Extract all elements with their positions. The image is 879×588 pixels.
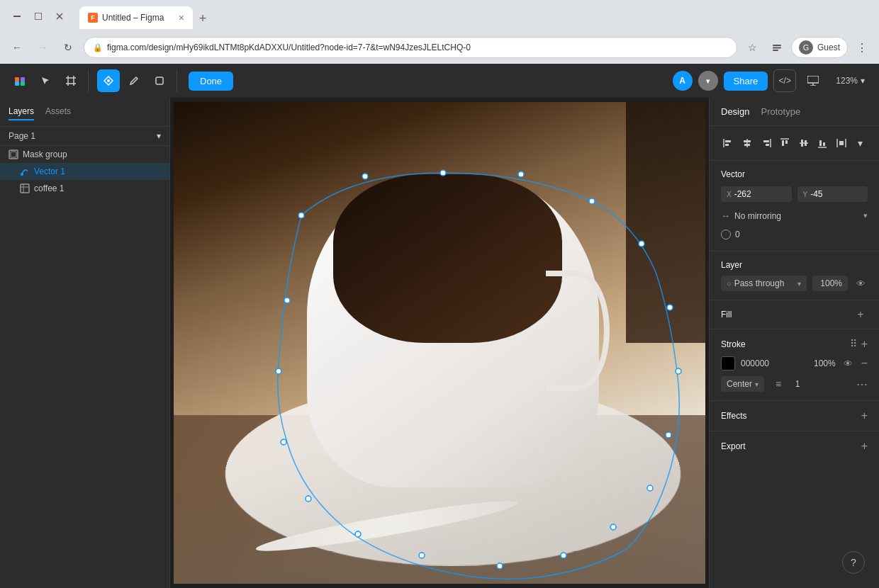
image-layer-icon [20, 183, 30, 193]
layers-tab[interactable]: Layers [9, 103, 34, 120]
svg-rect-10 [21, 81, 25, 86]
browser-menu-button[interactable]: ⋮ [852, 38, 872, 57]
layer-vector-1[interactable]: Vector 1 [0, 163, 169, 180]
layer-coffee-1[interactable]: coffee 1 [0, 180, 169, 197]
y-field[interactable]: Y -45 [797, 186, 868, 202]
opacity-field[interactable]: 100% [812, 276, 848, 291]
svg-rect-5 [773, 47, 781, 49]
layer-visibility-button[interactable]: 👁 [853, 276, 868, 290]
done-button[interactable]: Done [189, 72, 233, 91]
active-tab[interactable]: F Untitled – Figma × [79, 6, 193, 29]
mirroring-label: No mirroring [734, 211, 859, 221]
align-more-button[interactable]: ▾ [853, 135, 868, 152]
pencil-tool-button[interactable] [123, 69, 145, 92]
layer-mask-group[interactable]: Mask group [0, 146, 169, 163]
pen-tool-button[interactable] [97, 69, 120, 92]
presentation-button[interactable] [802, 69, 824, 92]
browser-chrome: F Untitled – Figma × + ← → ↻ 🔒 figma.com… [0, 0, 879, 64]
page-name: Page 1 [9, 131, 35, 141]
page-chevron-icon: ▾ [157, 131, 161, 141]
export-add-button[interactable]: + [861, 440, 868, 453]
mirroring-row[interactable]: ↔ No mirroring ▾ [721, 208, 868, 224]
align-top-button[interactable] [778, 135, 793, 152]
move-tool-button[interactable] [34, 69, 57, 92]
close-button[interactable] [51, 8, 68, 25]
share-button[interactable]: Share [724, 72, 768, 91]
svg-rect-55 [782, 140, 784, 146]
page-selector[interactable]: Page 1 ▾ [0, 127, 169, 146]
zoom-value: 123% [836, 76, 858, 86]
vector-section: Vector X -262 Y -45 ↔ No mirroring ▾ [710, 161, 879, 251]
stroke-hex-value: 000000 [741, 358, 802, 368]
new-tab-button[interactable]: + [193, 9, 213, 29]
canvas-area[interactable] [170, 98, 709, 588]
user-avatar[interactable]: A [673, 71, 693, 91]
stroke-visibility-button[interactable]: 👁 [841, 356, 856, 371]
align-row: ▾ [721, 135, 868, 152]
assets-tab[interactable]: Assets [45, 103, 71, 120]
shape-tool-button[interactable] [148, 69, 171, 92]
vector1-label: Vector 1 [34, 166, 65, 176]
maximize-button[interactable] [30, 8, 47, 25]
x-value: -262 [734, 189, 751, 199]
stroke-add-button[interactable]: + [861, 338, 868, 351]
tab-search-button[interactable] [767, 38, 787, 57]
tab-close-button[interactable]: × [179, 12, 184, 23]
stroke-color-swatch[interactable] [721, 356, 735, 371]
svg-rect-49 [744, 140, 751, 142]
x-field[interactable]: X -262 [721, 186, 792, 202]
forward-button[interactable]: → [33, 38, 52, 57]
minimize-button[interactable] [9, 8, 26, 25]
panel-tabs: Layers Assets [0, 98, 169, 127]
mirroring-chevron-icon: ▾ [863, 211, 868, 220]
corner-value: 0 [735, 230, 740, 239]
align-bottom-button[interactable] [815, 135, 830, 152]
zoom-chevron-icon: ▾ [861, 76, 865, 86]
svg-rect-62 [823, 142, 825, 146]
url-bar[interactable]: 🔒 figma.com/design/mHy69ikdLNTMt8pKdADXX… [84, 37, 737, 58]
svg-point-15 [107, 79, 110, 82]
stroke-position-chevron-icon: ▾ [755, 380, 758, 388]
guest-button[interactable]: G Guest [791, 37, 848, 58]
fill-section-header: Fill + [710, 300, 879, 329]
stroke-layout-icon[interactable]: ⠿ [850, 338, 857, 351]
svg-rect-17 [807, 76, 819, 83]
stroke-more-button[interactable]: ⋯ [856, 378, 868, 391]
figma-toolbar: Done A ▾ Share </> 123% ▾ [0, 64, 879, 98]
blend-mode-select[interactable]: ○ Pass through ▾ [721, 276, 807, 291]
y-label: Y [803, 191, 808, 198]
user-avatar-dropdown[interactable]: ▾ [698, 71, 718, 91]
align-right-button[interactable] [758, 135, 773, 152]
svg-rect-9 [15, 81, 19, 86]
svg-rect-52 [763, 140, 769, 142]
design-tab[interactable]: Design [721, 103, 749, 120]
blend-chevron-icon: ▾ [797, 280, 801, 288]
stroke-item-remove-button[interactable]: − [861, 357, 868, 370]
align-left-button[interactable] [721, 135, 736, 152]
layer-blend-row: ○ Pass through ▾ 100% 👁 [721, 276, 868, 291]
stroke-position-select[interactable]: Center ▾ [721, 376, 764, 392]
main-menu-button[interactable] [9, 69, 31, 92]
help-button[interactable]: ? [842, 551, 865, 574]
code-view-button[interactable]: </> [773, 69, 796, 92]
svg-rect-47 [725, 144, 729, 146]
alignment-section: ▾ [710, 126, 879, 161]
effects-add-button[interactable]: + [861, 409, 868, 422]
align-middle-v-button[interactable] [797, 135, 812, 152]
figma-app: Done A ▾ Share </> 123% ▾ Layers Assets … [0, 64, 879, 588]
right-panel: Design Prototype [709, 98, 879, 588]
zoom-control[interactable]: 123% ▾ [830, 73, 870, 89]
tab-bar: F Untitled – Figma × + [74, 4, 218, 29]
stroke-header: Stroke ⠿ + [721, 338, 868, 351]
lock-icon: 🔒 [93, 43, 103, 52]
align-center-h-button[interactable] [740, 135, 755, 152]
reload-button[interactable]: ↻ [58, 38, 78, 57]
frame-tool-button[interactable] [60, 69, 82, 92]
back-button[interactable]: ← [7, 38, 27, 57]
distribute-button[interactable] [834, 135, 849, 152]
prototype-tab[interactable]: Prototype [761, 103, 800, 120]
bookmark-button[interactable]: ☆ [743, 38, 763, 57]
main-menu-group [9, 69, 89, 92]
fill-add-button[interactable]: + [853, 307, 868, 322]
layer-mask-icon [9, 149, 18, 159]
